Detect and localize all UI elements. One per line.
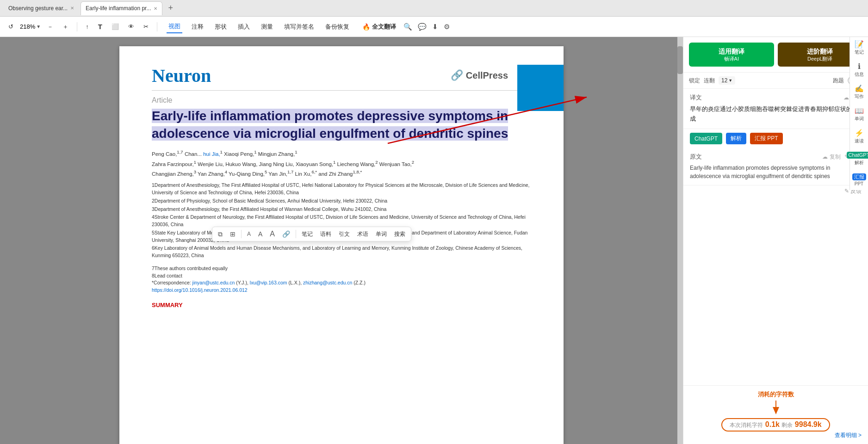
- ctx-citation[interactable]: 引文: [337, 229, 352, 239]
- ctx-font-a3[interactable]: A: [268, 229, 277, 239]
- ctx-corpus[interactable]: 语料: [318, 229, 333, 239]
- side-icon-notes[interactable]: 📝 笔记: [855, 41, 864, 56]
- affiliations-section: 1Department of Anesthesiology, The First…: [152, 182, 536, 259]
- ctx-grid-icon[interactable]: ⊞: [228, 229, 237, 239]
- ctx-term[interactable]: 术语: [355, 229, 370, 239]
- side-icon-write[interactable]: ✍ 写作: [855, 85, 864, 100]
- email-3[interactable]: zhizhang@ustc.edu.cn: [303, 280, 352, 285]
- eye-tool[interactable]: 👁: [125, 21, 137, 32]
- correspondence: *Correspondence: jinyan@ustc.edu.cn (Y.J…: [152, 279, 536, 287]
- summary-heading: SUMMARY: [152, 302, 536, 308]
- translate-primary-btn[interactable]: 适用翻译 畅译AI: [689, 43, 774, 67]
- scrollbar-thumb[interactable]: [677, 46, 683, 74]
- ctx-font-a1[interactable]: A: [245, 230, 253, 238]
- note-7: 7These authors contributed equally: [152, 265, 536, 272]
- toolbar-sep-1: [77, 22, 77, 31]
- side-icon-analyze[interactable]: ChatGPT 解析: [847, 152, 868, 166]
- ppt-side-label: PPT: [852, 181, 866, 186]
- email-1[interactable]: jinyan@ustc.edu.cn: [192, 280, 235, 285]
- menu-view[interactable]: 视图: [167, 20, 182, 33]
- authors-line3: Changjian Zheng,3 Yan Zhang,4 Yu-Qiang D…: [152, 171, 362, 177]
- menu-backup[interactable]: 备份恢复: [323, 21, 351, 33]
- zoom-value: 218%: [20, 23, 35, 30]
- rect-tool[interactable]: ⬜: [109, 21, 122, 32]
- authors-section: Peng Cao,1,7 Chan... hui Jia,1 Xiaoqi Pe…: [152, 149, 536, 179]
- pdf-page: Neuron 🔗 CellPress Article Early-life in…: [119, 46, 564, 444]
- settings-icon[interactable]: ⚙: [444, 23, 450, 31]
- side-icon-info[interactable]: ℹ 信息: [855, 63, 864, 78]
- doi: https://doi.org/10.1016/j.neuron.2021.06…: [152, 287, 536, 294]
- char-count-display: 本次消耗字符 0.1k 剩余 9984.9k: [690, 418, 862, 432]
- ppt-btn[interactable]: 汇报 PPT: [750, 133, 783, 144]
- context-menu: ⧉ ⊞ A A A 🔗 笔记 语料 引文 术语 单词 搜索: [212, 227, 411, 241]
- affiliation-3: 3Department of Anesthesiology, the First…: [152, 206, 536, 213]
- affiliation-2: 2Department of Physiology, School of Bas…: [152, 197, 536, 205]
- zoom-dropdown-icon[interactable]: ▼: [36, 24, 41, 29]
- menu-fill-sign[interactable]: 填写并签名: [282, 21, 316, 33]
- scissors-tool[interactable]: ✂: [141, 21, 151, 32]
- write-icon-label: 写作: [855, 93, 864, 100]
- notes-icon: 📝: [855, 41, 864, 48]
- analyze-side-icon: ChatGPT: [847, 152, 868, 159]
- text-tool[interactable]: T: [95, 21, 105, 32]
- side-icon-speed[interactable]: ⚡ 速读: [855, 130, 864, 144]
- tab-2[interactable]: Early-life inflammation pr... ✕: [81, 1, 162, 15]
- char-arrow-down: [690, 401, 862, 416]
- cursor-tool[interactable]: ↑: [83, 21, 92, 32]
- ctx-link-icon[interactable]: 🔗: [280, 229, 292, 239]
- doi-link[interactable]: https://doi.org/10.1016/j.neuron.2021.06…: [152, 287, 248, 293]
- ctx-sep-2: [296, 230, 296, 238]
- tab-1-close[interactable]: ✕: [70, 6, 74, 11]
- analyze-btn[interactable]: 解析: [726, 133, 746, 144]
- tab-1-label: Observing gesture ear...: [8, 5, 68, 12]
- font-size-dropdown[interactable]: 12 ▼: [719, 76, 735, 85]
- menu-insert[interactable]: 插入: [236, 21, 252, 33]
- translate-fire-btn[interactable]: 🔥 全文翻译: [362, 23, 396, 31]
- tab-1[interactable]: Observing gesture ear... ✕: [4, 1, 79, 15]
- article-title-block: Early-life inflammation promotes depress…: [152, 107, 536, 142]
- side-icon-word[interactable]: 📖 单词: [855, 107, 864, 122]
- info-icon: ℹ: [855, 63, 864, 70]
- affiliation-1: 1Department of Anesthesiology, The First…: [152, 182, 536, 197]
- menu-annotate[interactable]: 注释: [190, 21, 205, 33]
- ctx-font-a2[interactable]: A: [256, 229, 264, 239]
- cellpress-text: CellPress: [466, 70, 508, 81]
- zoom-in-btn[interactable]: ＋: [60, 21, 71, 33]
- cellpress-icon: 🔗: [451, 69, 463, 81]
- translation-text: 早年的炎症通过小胶质细胞吞噬树突棘促进青春期抑郁症状的形成: [690, 105, 862, 124]
- notes-section: 7These authors contributed equally 8Lead…: [152, 265, 536, 294]
- email-2[interactable]: lxu@vip.163.com: [250, 280, 287, 285]
- write-icon: ✍: [855, 85, 864, 92]
- zoom-control[interactable]: 218% ▼: [20, 23, 41, 30]
- dropdown-chevron: ▼: [728, 78, 732, 83]
- view-detail-link[interactable]: 查看明细 >: [690, 432, 862, 439]
- new-tab-button[interactable]: +: [168, 3, 173, 13]
- tab-2-label: Early-life inflammation pr...: [86, 5, 151, 12]
- menu-shapes[interactable]: 形状: [213, 21, 229, 33]
- note-8: 8Lead contact: [152, 272, 536, 280]
- sync-btn[interactable]: ↺: [6, 21, 16, 32]
- pdf-viewer[interactable]: Neuron 🔗 CellPress Article Early-life in…: [0, 37, 683, 444]
- settings-row: 锁定 连翻 12 ▼ 跑题: [683, 73, 868, 89]
- zoom-out-btn[interactable]: －: [44, 21, 56, 33]
- comment-icon[interactable]: 💬: [418, 23, 427, 31]
- ctx-copy-icon[interactable]: ⧉: [216, 229, 224, 239]
- search-icon[interactable]: 🔍: [403, 23, 412, 31]
- speed-icon-label: 速读: [855, 138, 864, 144]
- pdf-scrollbar[interactable]: [677, 37, 683, 444]
- toolbar: ↺ 218% ▼ － ＋ ↑ T ⬜ 👁 ✂ 视图 注释 形状 插入 测量 填写…: [0, 17, 868, 37]
- tab-2-close[interactable]: ✕: [154, 6, 157, 11]
- chatgpt-btn[interactable]: ChatGPT: [690, 133, 722, 144]
- ctx-search[interactable]: 搜索: [392, 229, 407, 239]
- word-icon: 📖: [855, 107, 864, 115]
- ctx-notes[interactable]: 笔记: [300, 229, 315, 239]
- original-copy-btn[interactable]: ☁ 复制: [822, 153, 840, 161]
- char-count-text-middle: 剩余: [781, 422, 793, 428]
- side-icon-ppt[interactable]: 汇报 PPT: [852, 173, 866, 186]
- ctx-word[interactable]: 单词: [374, 229, 389, 239]
- menu-measure[interactable]: 测量: [259, 21, 275, 33]
- download-icon[interactable]: ⬇: [432, 23, 438, 31]
- font-size-value: 12: [721, 77, 727, 84]
- translation-title: 译文: [690, 93, 702, 102]
- word-icon-label: 单词: [855, 116, 864, 122]
